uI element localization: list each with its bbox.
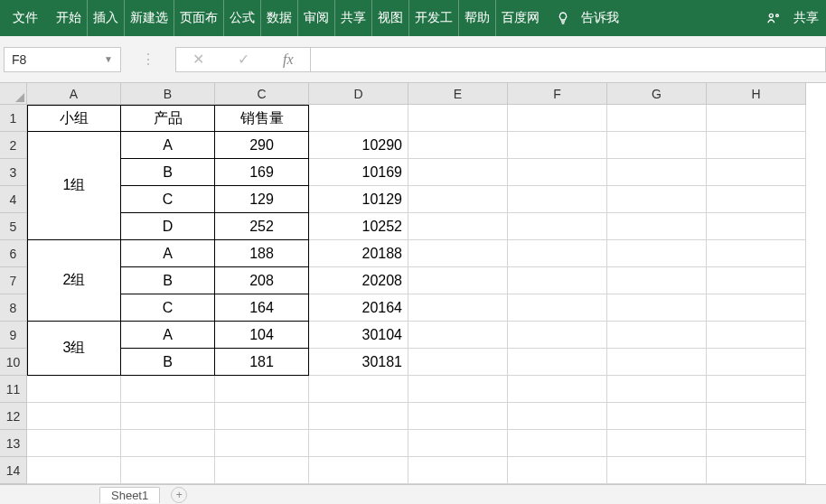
- cell[interactable]: [508, 376, 607, 403]
- cell[interactable]: [607, 430, 707, 457]
- cell[interactable]: 20188: [309, 240, 408, 267]
- cell[interactable]: [607, 240, 707, 267]
- cell[interactable]: 3组: [27, 322, 121, 376]
- cell[interactable]: [707, 430, 806, 457]
- column-header[interactable]: B: [121, 83, 215, 105]
- sheet-tab[interactable]: Sheet1: [99, 487, 160, 503]
- cell[interactable]: [607, 105, 707, 132]
- column-header[interactable]: A: [27, 83, 121, 105]
- cell[interactable]: [27, 430, 121, 457]
- cell[interactable]: [27, 403, 121, 430]
- file-menu[interactable]: 文件: [0, 0, 51, 36]
- cell[interactable]: [27, 376, 121, 403]
- row-header[interactable]: 1: [0, 105, 27, 132]
- cell[interactable]: [707, 105, 806, 132]
- cell[interactable]: [607, 132, 707, 159]
- ribbon-tab[interactable]: 审阅: [298, 0, 335, 36]
- cell[interactable]: 181: [215, 349, 309, 376]
- column-header[interactable]: H: [707, 83, 806, 105]
- cell[interactable]: 10290: [309, 132, 408, 159]
- row-header[interactable]: 6: [0, 240, 27, 267]
- cell[interactable]: [707, 240, 806, 267]
- cell[interactable]: [121, 403, 215, 430]
- cell[interactable]: 产品: [121, 105, 215, 132]
- cell[interactable]: 104: [215, 322, 309, 349]
- cell[interactable]: [121, 457, 215, 484]
- row-header[interactable]: 7: [0, 267, 27, 294]
- ribbon-tab[interactable]: 页面布: [174, 0, 224, 36]
- cell[interactable]: [121, 376, 215, 403]
- cell[interactable]: [707, 322, 806, 349]
- row-header[interactable]: 13: [0, 430, 27, 457]
- cell[interactable]: 20164: [309, 294, 408, 322]
- cell[interactable]: [408, 159, 508, 186]
- cell[interactable]: [508, 132, 607, 159]
- cell[interactable]: [607, 186, 707, 213]
- row-header[interactable]: 14: [0, 457, 27, 484]
- cell[interactable]: [215, 457, 309, 484]
- enter-icon[interactable]: ✓: [238, 51, 249, 68]
- column-header[interactable]: D: [309, 83, 408, 105]
- share-icon[interactable]: [766, 11, 781, 25]
- cell[interactable]: [607, 403, 707, 430]
- column-header[interactable]: C: [215, 83, 309, 105]
- cell[interactable]: A: [121, 132, 215, 159]
- row-header[interactable]: 4: [0, 186, 27, 213]
- cell[interactable]: [215, 403, 309, 430]
- cell[interactable]: B: [121, 349, 215, 376]
- cell[interactable]: [707, 403, 806, 430]
- ribbon-tab[interactable]: 百度网: [496, 0, 545, 36]
- cell[interactable]: 20208: [309, 267, 408, 294]
- cell[interactable]: [707, 267, 806, 294]
- row-header[interactable]: 5: [0, 213, 27, 240]
- cell[interactable]: 30104: [309, 322, 408, 349]
- row-header[interactable]: 8: [0, 294, 27, 322]
- column-header[interactable]: E: [408, 83, 508, 105]
- cell[interactable]: [707, 376, 806, 403]
- ribbon-tab[interactable]: 共享: [335, 0, 372, 36]
- ribbon-tab[interactable]: 帮助: [459, 0, 496, 36]
- fx-icon[interactable]: fx: [283, 51, 294, 68]
- cell[interactable]: [508, 457, 607, 484]
- cell[interactable]: A: [121, 322, 215, 349]
- cell[interactable]: A: [121, 240, 215, 267]
- cell[interactable]: [607, 159, 707, 186]
- ribbon-tab[interactable]: 插入: [88, 0, 125, 36]
- cell[interactable]: [408, 430, 508, 457]
- cell[interactable]: C: [121, 186, 215, 213]
- cell[interactable]: [508, 322, 607, 349]
- cell[interactable]: [707, 132, 806, 159]
- cell[interactable]: [607, 457, 707, 484]
- cell[interactable]: 208: [215, 267, 309, 294]
- cell[interactable]: [309, 403, 408, 430]
- cell[interactable]: [607, 267, 707, 294]
- cell[interactable]: [309, 430, 408, 457]
- cell[interactable]: [309, 105, 408, 132]
- add-sheet-button[interactable]: +: [171, 487, 187, 503]
- cell[interactable]: 1组: [27, 132, 121, 240]
- cell[interactable]: [508, 430, 607, 457]
- cell[interactable]: [607, 349, 707, 376]
- name-box[interactable]: F8 ▼: [4, 47, 121, 72]
- ribbon-tab[interactable]: 数据: [261, 0, 298, 36]
- ribbon-tab[interactable]: 开始: [51, 0, 88, 36]
- cell[interactable]: [707, 349, 806, 376]
- cell[interactable]: [121, 430, 215, 457]
- cell[interactable]: [215, 430, 309, 457]
- cell[interactable]: [607, 322, 707, 349]
- row-header[interactable]: 2: [0, 132, 27, 159]
- cancel-icon[interactable]: ✕: [192, 51, 204, 68]
- cell[interactable]: D: [121, 213, 215, 240]
- cell[interactable]: [707, 213, 806, 240]
- cell[interactable]: 小组: [27, 105, 121, 132]
- cell[interactable]: [707, 186, 806, 213]
- cell[interactable]: [408, 105, 508, 132]
- chevron-down-icon[interactable]: ▼: [104, 54, 113, 64]
- cell[interactable]: C: [121, 294, 215, 322]
- cell[interactable]: 10252: [309, 213, 408, 240]
- cell[interactable]: 169: [215, 159, 309, 186]
- cell[interactable]: [408, 240, 508, 267]
- cell[interactable]: 10129: [309, 186, 408, 213]
- cell[interactable]: [408, 349, 508, 376]
- cell[interactable]: [309, 457, 408, 484]
